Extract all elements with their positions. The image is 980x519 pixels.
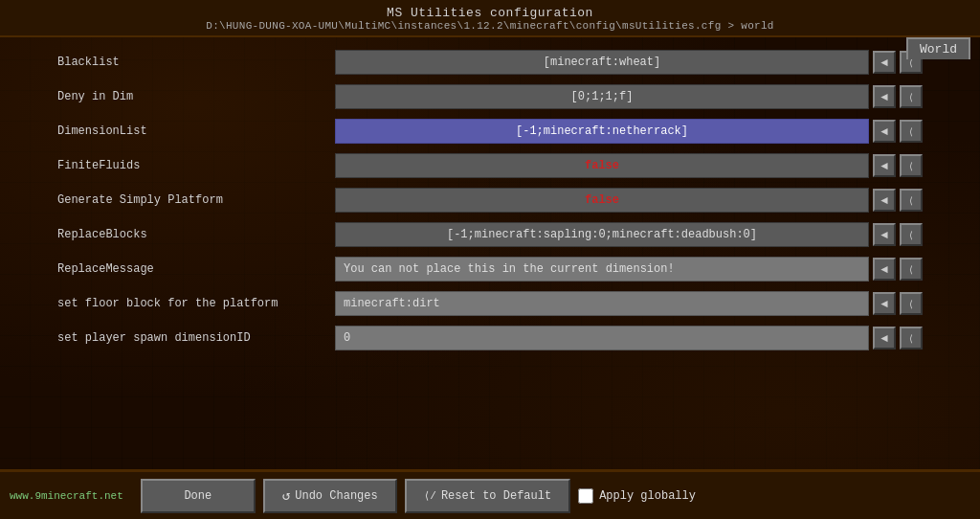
undo-button[interactable]: ↺ Undo Changes xyxy=(263,479,397,513)
config-value-container-replace-message: ◄⟨ xyxy=(335,257,923,282)
config-value-container-finite-fluids: ◄⟨ xyxy=(335,153,923,178)
undo-icon: ↺ xyxy=(282,487,290,504)
config-value-container-dimension-list: ◄⟨ xyxy=(335,119,923,144)
config-list: Blacklist◄⟨Deny in Dim◄⟨DimensionList◄⟨F… xyxy=(0,37,980,469)
config-input-replace-blocks[interactable] xyxy=(335,222,869,247)
config-row-spawn-dimension-id: set player spawn dimensionID◄⟨ xyxy=(57,323,923,353)
config-label-dimension-list: DimensionList xyxy=(57,124,325,138)
window-path: D:\HUNG-DUNG-XOA-UMU\MultiMC\instances\1… xyxy=(0,20,980,32)
arrow-left-dimension-list[interactable]: ◄ xyxy=(873,120,896,143)
config-row-replace-message: ReplaceMessage◄⟨ xyxy=(57,254,923,284)
arrow-left-floor-block[interactable]: ◄ xyxy=(873,292,896,315)
brand-label: www.9minecraft.net xyxy=(10,490,123,502)
apply-globally-checkbox[interactable] xyxy=(578,488,593,504)
config-row-dimension-list: DimensionList◄⟨ xyxy=(57,116,923,147)
arrow-right-floor-block[interactable]: ⟨ xyxy=(900,292,923,315)
config-value-container-spawn-dimension-id: ◄⟨ xyxy=(335,326,923,350)
config-row-floor-block: set floor block for the platform◄⟨ xyxy=(57,288,923,319)
config-input-spawn-dimension-id[interactable] xyxy=(335,326,869,350)
window-title: MS Utilities configuration xyxy=(0,6,980,20)
config-input-blacklist[interactable] xyxy=(335,50,869,75)
config-input-replace-message[interactable] xyxy=(335,257,869,282)
reset-button[interactable]: ⟨/ Reset to Default xyxy=(405,479,570,513)
world-tab[interactable]: World xyxy=(906,37,970,59)
config-label-generate-simply-platform: Generate Simply Platform xyxy=(57,193,325,207)
config-row-deny-in-dim: Deny in Dim◄⟨ xyxy=(57,81,923,112)
title-bar: MS Utilities configuration D:\HUNG-DUNG-… xyxy=(0,0,980,37)
config-value-container-generate-simply-platform: ◄⟨ xyxy=(335,188,923,213)
arrow-left-spawn-dimension-id[interactable]: ◄ xyxy=(873,327,896,350)
config-row-blacklist: Blacklist◄⟨ xyxy=(57,47,923,78)
config-input-floor-block[interactable] xyxy=(335,291,869,316)
config-label-finite-fluids: FiniteFluids xyxy=(57,159,325,172)
done-button[interactable]: Done xyxy=(141,479,256,513)
config-row-finite-fluids: FiniteFluids◄⟨ xyxy=(57,150,923,181)
arrow-right-replace-blocks[interactable]: ⟨ xyxy=(900,223,923,246)
arrow-left-replace-message[interactable]: ◄ xyxy=(873,258,896,281)
arrow-left-blacklist[interactable]: ◄ xyxy=(873,51,896,74)
config-label-replace-blocks: ReplaceBlocks xyxy=(57,228,325,241)
arrow-right-spawn-dimension-id[interactable]: ⟨ xyxy=(900,327,923,350)
config-input-generate-simply-platform[interactable] xyxy=(335,188,869,213)
arrow-right-dimension-list[interactable]: ⟨ xyxy=(900,120,923,143)
config-label-replace-message: ReplaceMessage xyxy=(57,262,325,276)
config-row-generate-simply-platform: Generate Simply Platform◄⟨ xyxy=(57,185,923,215)
config-value-container-deny-in-dim: ◄⟨ xyxy=(335,84,923,109)
arrow-right-deny-in-dim[interactable]: ⟨ xyxy=(900,85,923,108)
arrow-left-generate-simply-platform[interactable]: ◄ xyxy=(873,189,896,212)
arrow-left-replace-blocks[interactable]: ◄ xyxy=(873,223,896,246)
config-label-floor-block: set floor block for the platform xyxy=(57,297,325,310)
config-input-dimension-list[interactable] xyxy=(335,119,869,144)
arrow-right-generate-simply-platform[interactable]: ⟨ xyxy=(900,189,923,212)
arrow-right-finite-fluids[interactable]: ⟨ xyxy=(900,154,923,177)
config-value-container-floor-block: ◄⟨ xyxy=(335,291,923,316)
footer: www.9minecraft.net Done ↺ Undo Changes ⟨… xyxy=(0,469,980,519)
arrow-left-finite-fluids[interactable]: ◄ xyxy=(873,154,896,177)
config-input-deny-in-dim[interactable] xyxy=(335,84,869,109)
config-row-replace-blocks: ReplaceBlocks◄⟨ xyxy=(57,219,923,250)
config-label-deny-in-dim: Deny in Dim xyxy=(57,90,325,103)
arrow-left-deny-in-dim[interactable]: ◄ xyxy=(873,85,896,108)
apply-globally-container: Apply globally xyxy=(578,488,696,504)
config-value-container-blacklist: ◄⟨ xyxy=(335,50,923,75)
reset-icon: ⟨/ xyxy=(424,489,436,502)
arrow-right-replace-message[interactable]: ⟨ xyxy=(900,258,923,281)
config-input-finite-fluids[interactable] xyxy=(335,153,869,178)
config-label-blacklist: Blacklist xyxy=(57,56,325,69)
main-window: MS Utilities configuration D:\HUNG-DUNG-… xyxy=(0,0,980,519)
config-label-spawn-dimension-id: set player spawn dimensionID xyxy=(57,331,325,345)
config-value-container-replace-blocks: ◄⟨ xyxy=(335,222,923,247)
apply-globally-label[interactable]: Apply globally xyxy=(599,489,696,503)
